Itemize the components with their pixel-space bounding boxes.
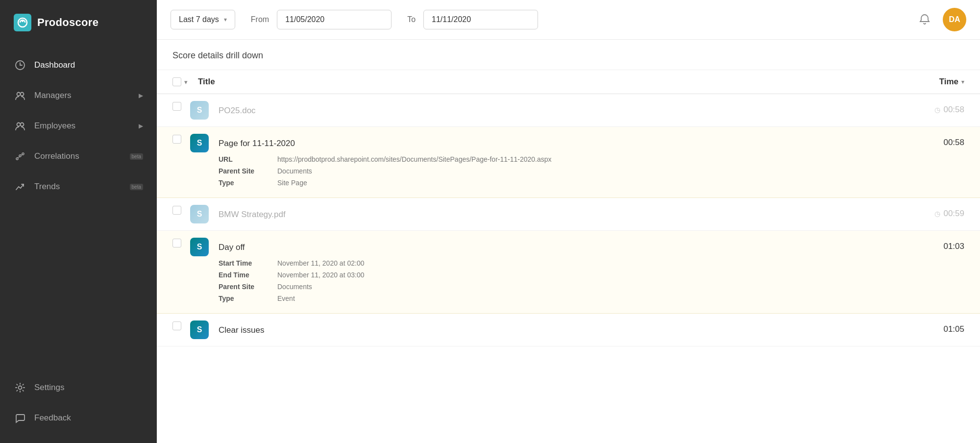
detail-type-1: Type Site Page <box>219 179 906 187</box>
sidebar-item-employees-label: Employees <box>34 121 131 131</box>
avatar-initials: DA <box>949 15 960 24</box>
drill-down-panel: Score details drill down ▾ Title Time ▾ … <box>157 40 980 346</box>
svg-point-5 <box>17 123 21 126</box>
employees-icon <box>14 120 26 132</box>
row-body-4: Day off Start Time November 11, 2020 at … <box>219 238 906 306</box>
row-title-2: Page for 11-11-2020 <box>219 134 906 149</box>
sidebar-item-dashboard-label: Dashboard <box>34 60 143 70</box>
feedback-icon <box>14 412 26 424</box>
row-details-4: Start Time November 11, 2020 at 02:00 En… <box>219 259 906 302</box>
correlations-badge: beta <box>130 153 143 160</box>
row-title-5: Clear issues <box>219 320 906 336</box>
clock-icon: ◷ <box>934 106 940 114</box>
sharepoint-icon: S <box>190 134 209 152</box>
sidebar-item-settings-label: Settings <box>34 383 143 393</box>
svg-point-6 <box>21 123 24 126</box>
row-details-2: URL https://prodbotprod.sharepoint.com/s… <box>219 155 906 187</box>
managers-arrow: ▶ <box>139 92 143 99</box>
detail-parent-site-2: Parent Site Documents <box>219 283 906 291</box>
svg-point-7 <box>16 158 18 160</box>
row-body-5: Clear issues <box>219 320 906 336</box>
user-avatar[interactable]: DA <box>943 8 966 31</box>
svg-point-10 <box>19 386 22 390</box>
sidebar-item-dashboard[interactable]: Dashboard <box>0 50 157 80</box>
sidebar-item-correlations[interactable]: Correlations beta <box>0 141 157 172</box>
table-row: S BMW Strategy.pdf ◷ 00:59 <box>157 198 980 231</box>
sharepoint-icon-light: S <box>190 101 209 120</box>
logo-icon <box>14 14 31 31</box>
select-all-checkbox[interactable] <box>172 77 181 86</box>
to-date-input[interactable] <box>423 10 538 29</box>
row-checkbox-2[interactable] <box>172 134 190 146</box>
from-label: From <box>251 15 269 24</box>
row-checkbox-3[interactable] <box>172 205 190 217</box>
logo: Prodoscore <box>0 0 157 45</box>
sort-dropdown-icon[interactable]: ▾ <box>184 78 188 86</box>
row-time-1: ◷ 00:58 <box>906 101 964 115</box>
svg-point-8 <box>19 155 21 157</box>
detail-parent-site-1: Parent Site Documents <box>219 167 906 175</box>
sidebar-item-employees[interactable]: Employees ▶ <box>0 111 157 141</box>
chevron-down-icon: ▾ <box>224 16 227 23</box>
sidebar-item-trends-label: Trends <box>34 182 120 192</box>
employees-arrow: ▶ <box>139 123 143 129</box>
row-title-3: BMW Strategy.pdf <box>219 205 906 221</box>
svg-point-1 <box>22 20 24 22</box>
row-body-3: BMW Strategy.pdf <box>219 205 906 221</box>
sidebar-item-trends[interactable]: Trends beta <box>0 172 157 202</box>
dashboard-icon <box>14 59 26 72</box>
row-title-1: PO25.doc <box>219 101 906 117</box>
sidebar-item-managers[interactable]: Managers ▶ <box>0 80 157 111</box>
row-time-5: 01:05 <box>906 320 964 334</box>
svg-point-9 <box>22 153 24 155</box>
row-time-4: 01:03 <box>906 238 964 251</box>
date-range-label: Last 7 days <box>179 15 219 24</box>
row-checkbox-5[interactable] <box>172 320 190 332</box>
sidebar: Prodoscore Dashboard Managers <box>0 0 157 443</box>
table-row: S Page for 11-11-2020 URL https://prodbo… <box>157 127 980 198</box>
row-time-2: 00:58 <box>906 134 964 148</box>
sidebar-item-feedback[interactable]: Feedback <box>0 403 157 433</box>
correlations-icon <box>14 150 26 163</box>
detail-end-time: End Time November 11, 2020 at 03:00 <box>219 271 906 279</box>
table-header: ▾ Title Time ▾ <box>157 70 980 94</box>
sidebar-bottom: Settings Feedback <box>0 363 157 443</box>
detail-type-2: Type Event <box>219 295 906 302</box>
trends-icon <box>14 180 26 193</box>
svg-point-3 <box>17 93 21 96</box>
drill-down-title: Score details drill down <box>157 40 980 70</box>
table-row: S Day off Start Time November 11, 2020 a… <box>157 231 980 314</box>
row-title-4: Day off <box>219 238 906 253</box>
from-date-input[interactable] <box>277 10 392 29</box>
sharepoint-icon: S <box>190 238 209 256</box>
header-checkbox-area: ▾ <box>172 77 198 86</box>
trends-badge: beta <box>130 184 143 190</box>
sharepoint-icon: S <box>190 320 209 339</box>
detail-start-time: Start Time November 11, 2020 at 02:00 <box>219 259 906 267</box>
managers-icon <box>14 89 26 102</box>
to-label: To <box>407 15 416 24</box>
row-body-2: Page for 11-11-2020 URL https://prodbotp… <box>219 134 906 191</box>
sharepoint-icon-light: S <box>190 205 209 223</box>
clock-icon: ◷ <box>934 210 940 218</box>
date-range-selector[interactable]: Last 7 days ▾ <box>171 10 235 29</box>
row-body-1: PO25.doc <box>219 101 906 117</box>
table-row: S PO25.doc ◷ 00:58 <box>157 94 980 127</box>
table-row: S Clear issues 01:05 <box>157 314 980 346</box>
main-panel: Last 7 days ▾ From To DA Score details d… <box>157 0 980 443</box>
settings-icon <box>14 381 26 394</box>
notification-bell-button[interactable] <box>914 9 935 30</box>
sidebar-item-settings[interactable]: Settings <box>0 372 157 403</box>
detail-url: URL https://prodbotprod.sharepoint.com/s… <box>219 155 906 163</box>
time-column-header: Time ▾ <box>906 77 964 87</box>
time-sort-icon[interactable]: ▾ <box>961 79 964 85</box>
svg-point-4 <box>21 93 24 96</box>
header: Last 7 days ▾ From To DA <box>157 0 980 40</box>
logo-text: Prodoscore <box>37 16 98 29</box>
row-checkbox-4[interactable] <box>172 238 190 249</box>
sidebar-item-feedback-label: Feedback <box>34 413 143 423</box>
row-checkbox-1[interactable] <box>172 101 190 113</box>
content-area: Score details drill down ▾ Title Time ▾ … <box>157 40 980 443</box>
sidebar-nav: Dashboard Managers ▶ <box>0 45 157 363</box>
sidebar-item-managers-label: Managers <box>34 91 131 100</box>
